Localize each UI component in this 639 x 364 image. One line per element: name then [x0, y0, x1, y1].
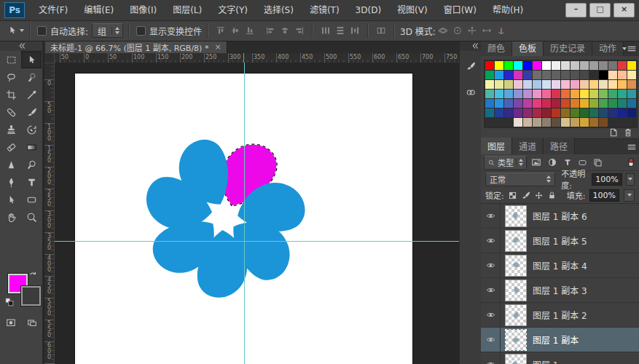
- healing-brush-tool[interactable]: [1, 103, 21, 121]
- color-swatch[interactable]: [485, 99, 494, 108]
- clone-source-panel-icon[interactable]: [466, 87, 476, 98]
- tab-色板[interactable]: 色板: [512, 39, 544, 56]
- color-swatch[interactable]: [504, 71, 513, 79]
- menu-item-11[interactable]: 帮助(H): [485, 0, 531, 20]
- layer-row[interactable]: 图层 1 副本 2: [481, 303, 639, 328]
- history-brush-tool[interactable]: [21, 121, 42, 138]
- color-swatch[interactable]: [542, 61, 551, 70]
- tool-preset-caret-icon[interactable]: [20, 29, 24, 32]
- zoom-tool[interactable]: [21, 208, 42, 226]
- layer-row[interactable]: 图层 1 副本 3: [481, 278, 639, 303]
- color-swatch[interactable]: [561, 90, 570, 98]
- canvas-viewport[interactable]: [55, 63, 459, 364]
- default-colors-icon[interactable]: [4, 297, 15, 307]
- color-swatch[interactable]: [608, 61, 617, 70]
- layer-visibility-eye-icon[interactable]: [486, 285, 495, 295]
- color-swatch[interactable]: [542, 71, 551, 79]
- color-swatch[interactable]: [523, 118, 532, 127]
- color-swatch[interactable]: [485, 61, 494, 70]
- filter-type-layers-icon[interactable]: [563, 158, 572, 167]
- shape-tool[interactable]: [21, 191, 42, 208]
- color-swatch[interactable]: [599, 99, 608, 108]
- color-swatch[interactable]: [571, 118, 579, 127]
- 3d-roll-icon[interactable]: [452, 25, 463, 36]
- color-swatch[interactable]: [618, 80, 627, 89]
- color-swatch[interactable]: [627, 90, 636, 98]
- color-swatch[interactable]: [495, 61, 503, 70]
- color-swatch[interactable]: [589, 99, 598, 108]
- gradient-tool[interactable]: [21, 138, 42, 156]
- layer-thumbnail[interactable]: [506, 231, 526, 251]
- color-swatch[interactable]: [552, 61, 560, 70]
- color-swatch[interactable]: [504, 61, 513, 70]
- expand-panels-icon[interactable]: [469, 41, 479, 51]
- pen-tool[interactable]: [1, 173, 21, 191]
- fill-dropdown-icon[interactable]: [624, 189, 635, 202]
- new-swatch-icon[interactable]: [608, 127, 619, 138]
- color-swatch[interactable]: [561, 99, 570, 108]
- color-swatch[interactable]: [552, 80, 560, 89]
- color-swatch[interactable]: [627, 61, 636, 70]
- layer-visibility-eye-icon[interactable]: [486, 261, 495, 270]
- color-swatch[interactable]: [523, 99, 532, 108]
- color-swatch[interactable]: [523, 80, 532, 89]
- color-swatch[interactable]: [627, 71, 636, 79]
- type-tool[interactable]: [21, 173, 42, 191]
- color-swatch[interactable]: [580, 80, 589, 89]
- layer-row[interactable]: 图层 1 副本 4: [481, 253, 639, 278]
- fill-value[interactable]: 100%: [589, 189, 619, 202]
- color-swatch[interactable]: [552, 99, 560, 108]
- close-button[interactable]: ×: [613, 3, 635, 17]
- color-swatch[interactable]: [485, 108, 494, 117]
- menu-item-10[interactable]: 窗口(W): [436, 0, 485, 20]
- align-vertical-centers-icon[interactable]: [230, 25, 240, 36]
- filter-type-dropdown[interactable]: 类型: [484, 156, 527, 170]
- 3d-pan-icon[interactable]: [467, 25, 477, 36]
- rectangular-marquee-tool[interactable]: [1, 51, 21, 68]
- auto-select-dropdown[interactable]: 组: [92, 23, 123, 38]
- align-top-edges-icon[interactable]: [216, 25, 226, 36]
- color-swatch[interactable]: [618, 61, 627, 70]
- vertical-ruler[interactable]: 050100150200250300350400450500550600650: [44, 63, 55, 364]
- layer-thumbnail[interactable]: [506, 355, 526, 364]
- color-swatch[interactable]: [627, 108, 636, 117]
- color-swatch[interactable]: [552, 118, 560, 127]
- menu-item-1[interactable]: 文件(F): [31, 0, 76, 20]
- 3d-slide-icon[interactable]: [482, 25, 492, 36]
- auto-align-layers-icon[interactable]: [376, 25, 386, 36]
- lasso-tool[interactable]: [1, 68, 21, 86]
- tab-路径[interactable]: 路径: [544, 138, 575, 154]
- color-swatch[interactable]: [561, 80, 570, 89]
- align-bottom-edges-icon[interactable]: [245, 25, 255, 36]
- color-swatch[interactable]: [514, 108, 522, 117]
- layer-visibility-eye-icon[interactable]: [486, 310, 495, 320]
- color-swatch[interactable]: [571, 61, 579, 70]
- color-swatch[interactable]: [561, 108, 570, 117]
- distribute-centers-icon[interactable]: [350, 25, 360, 36]
- tab-颜色[interactable]: 颜色: [481, 39, 512, 56]
- color-swatch[interactable]: [618, 108, 627, 117]
- color-swatch[interactable]: [523, 108, 532, 117]
- layer-row[interactable]: 图层 1: [481, 352, 639, 364]
- color-swatch[interactable]: [571, 90, 579, 98]
- color-swatch[interactable]: [533, 61, 541, 70]
- color-swatch[interactable]: [627, 80, 636, 89]
- lock-position-icon[interactable]: [534, 191, 544, 200]
- color-swatch[interactable]: [504, 90, 513, 98]
- color-swatch[interactable]: [589, 108, 598, 117]
- color-swatch[interactable]: [589, 90, 598, 98]
- layer-thumbnail[interactable]: [506, 280, 526, 301]
- color-swatch[interactable]: [580, 61, 589, 70]
- color-swatch[interactable]: [608, 90, 617, 98]
- filter-shape-layers-icon[interactable]: [578, 158, 587, 167]
- screen-mode-icon[interactable]: [27, 317, 37, 328]
- layer-thumbnail[interactable]: [506, 256, 526, 276]
- menu-item-8[interactable]: 3D(D): [348, 0, 389, 20]
- color-swatch[interactable]: [580, 71, 589, 79]
- path-selection-tool[interactable]: [1, 191, 21, 208]
- layer-thumbnail[interactable]: [506, 305, 526, 325]
- color-swatch[interactable]: [589, 61, 598, 70]
- color-swatch[interactable]: [599, 118, 608, 127]
- horizontal-ruler[interactable]: 5005010015020025030035040045050055060065…: [54, 53, 459, 63]
- color-swatch[interactable]: [504, 80, 513, 89]
